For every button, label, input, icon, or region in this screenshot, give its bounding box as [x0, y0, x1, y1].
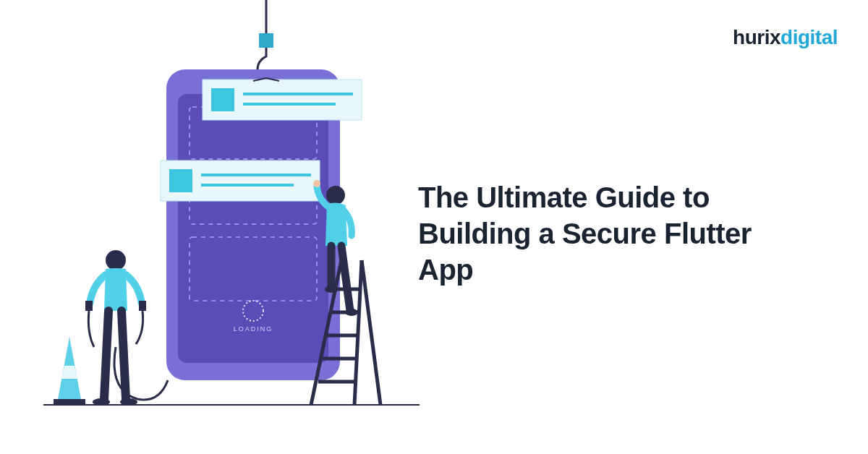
svg-point-20: [106, 250, 126, 270]
svg-rect-19: [54, 399, 85, 405]
svg-line-27: [362, 260, 380, 405]
brand-logo: hurixdigital: [733, 26, 838, 49]
svg-rect-22: [139, 301, 146, 311]
logo-part-2: digital: [780, 26, 838, 48]
svg-rect-9: [211, 88, 234, 111]
svg-point-34: [313, 180, 320, 187]
svg-point-23: [93, 398, 110, 406]
traffic-cone-icon: [54, 337, 85, 405]
svg-line-26: [354, 260, 362, 405]
page-title: The Ultimate Guide to Building a Secure …: [418, 179, 809, 288]
logo-part-1: hurix: [733, 26, 780, 48]
person-left-icon: [85, 250, 146, 406]
svg-point-33: [326, 186, 345, 205]
hero-illustration: LOADING: [43, 0, 420, 454]
svg-rect-15: [169, 169, 192, 192]
svg-point-35: [325, 286, 338, 293]
ui-card-icon: [203, 80, 362, 120]
ui-card-icon: [161, 160, 320, 201]
loading-label: LOADING: [234, 325, 273, 333]
svg-rect-1: [259, 33, 273, 48]
svg-rect-21: [85, 301, 93, 311]
svg-point-36: [345, 309, 358, 316]
svg-rect-3: [178, 94, 328, 363]
svg-point-24: [120, 398, 137, 406]
